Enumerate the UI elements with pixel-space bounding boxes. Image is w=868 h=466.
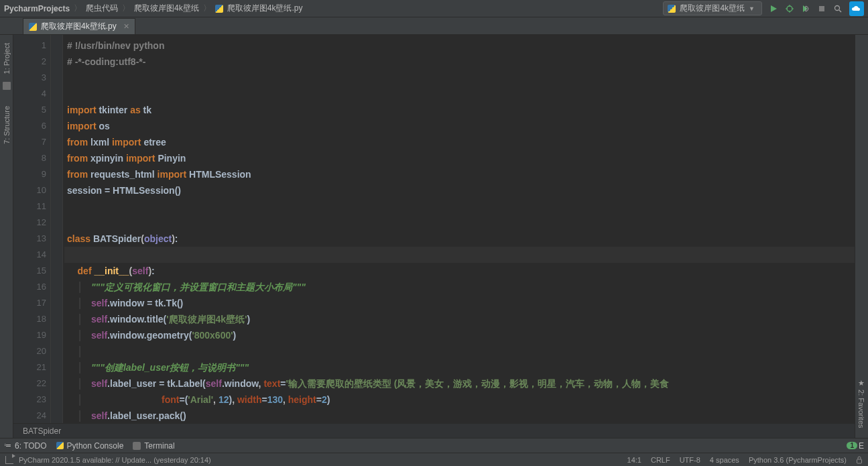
line-number[interactable]: 3	[13, 70, 46, 86]
breadcrumb-item[interactable]: 爬虫代码	[86, 3, 118, 14]
line-number[interactable]: 20	[13, 343, 46, 359]
line-number[interactable]: 4	[13, 86, 46, 102]
code-line[interactable]: import tkinter as tk	[64, 102, 855, 118]
caret-position[interactable]: 14:1	[627, 456, 641, 464]
code-line[interactable]: class BATSpider(object):	[64, 231, 855, 247]
code-line[interactable]	[64, 198, 855, 215]
line-number[interactable]: 6	[13, 118, 46, 134]
code-content[interactable]: # !/usr/bin/nev python# -*-coding:utf8-*…	[63, 35, 855, 423]
code-line[interactable]: import os	[64, 118, 855, 134]
code-breadcrumb-item[interactable]: BATSpider	[23, 426, 61, 436]
svg-rect-9	[857, 459, 862, 463]
code-line[interactable]: │ """定义可视化窗口，并设置窗口和主题大小布局"""	[64, 279, 855, 295]
line-number[interactable]: 2	[13, 54, 46, 70]
python-icon	[56, 442, 64, 449]
python-icon	[668, 5, 676, 13]
code-line[interactable]: # !/usr/bin/nev python	[64, 38, 855, 54]
python-interpreter[interactable]: Python 3.6 (PycharmProjects)	[749, 456, 847, 464]
svg-point-8	[857, 7, 859, 10]
svg-rect-5	[819, 6, 824, 11]
line-number[interactable]: 18	[13, 311, 46, 327]
line-number[interactable]: 9	[13, 166, 46, 182]
tool-window-todo[interactable]: ≔6: TODO	[4, 441, 47, 451]
breadcrumb-separator-icon: 〉	[122, 3, 130, 14]
glyph-margin[interactable]	[51, 35, 63, 423]
line-number[interactable]: 17	[13, 295, 46, 311]
code-line[interactable]: from lxml import etree	[64, 134, 855, 150]
event-log-label[interactable]: E	[859, 441, 864, 451]
line-number[interactable]: 24	[13, 408, 46, 423]
line-number[interactable]: 13	[13, 231, 46, 247]
line-number[interactable]: 15	[13, 263, 46, 279]
tool-label: 1: Project	[3, 43, 11, 74]
code-line[interactable]: │ self.window = tk.Tk()	[64, 295, 855, 311]
code-line[interactable]: │ self.label_user.pack()	[64, 408, 855, 423]
tool-window-favorites[interactable]: ★ 2: Favorites	[857, 379, 866, 428]
line-number[interactable]: 12	[13, 215, 46, 231]
line-number[interactable]: 14	[13, 247, 46, 263]
line-number[interactable]: 22	[13, 375, 46, 392]
code-line[interactable]: │	[64, 343, 855, 359]
line-number[interactable]: 8	[13, 150, 46, 166]
code-line[interactable]: │ self.window.title('爬取彼岸图4k壁纸')	[64, 311, 855, 327]
search-everywhere-button[interactable]	[833, 4, 843, 13]
code-editor[interactable]: 123456789101112131415161718192021222324 …	[13, 35, 855, 423]
line-number[interactable]: 10	[13, 182, 46, 198]
breadcrumbs: PycharmProjects 〉 爬虫代码 〉 爬取彼岸图4k壁纸 〉 爬取彼…	[4, 3, 302, 14]
status-message[interactable]: PyCharm 2020.1.5 available: // Update...…	[19, 456, 211, 464]
code-line[interactable]: │ """创建label_user按钮，与说明书"""	[64, 359, 855, 375]
run-button[interactable]	[769, 4, 778, 13]
line-number[interactable]: 7	[13, 134, 46, 150]
file-encoding[interactable]: UTF-8	[680, 456, 700, 464]
cloud-sync-button[interactable]	[849, 1, 864, 16]
run-with-coverage-button[interactable]	[801, 4, 810, 13]
breadcrumb-file[interactable]: 爬取彼岸图4k壁纸.py	[227, 3, 303, 14]
line-number[interactable]: 16	[13, 279, 46, 295]
line-number[interactable]: 23	[13, 392, 46, 408]
run-configuration-selector[interactable]: 爬取彼岸图4k壁纸 ▼	[663, 1, 762, 15]
run-configuration-label: 爬取彼岸图4k壁纸	[680, 3, 745, 14]
code-line[interactable]	[64, 70, 855, 86]
line-number[interactable]: 19	[13, 327, 46, 343]
code-line[interactable]: def __init__(self):	[64, 263, 855, 279]
stop-button[interactable]	[817, 4, 826, 13]
code-line[interactable]: │ font=('Arial', 12), width=130, height=…	[64, 392, 855, 408]
tool-window-terminal[interactable]: Terminal	[133, 441, 174, 451]
tool-window-project[interactable]: 1: Project	[3, 43, 11, 74]
breadcrumb-separator-icon: 〉	[74, 3, 82, 14]
code-line[interactable]: from requests_html import HTMLSession	[64, 166, 855, 182]
line-separator[interactable]: CRLF	[651, 456, 670, 464]
code-line[interactable]: │ self.window.geometry('800x600')	[64, 327, 855, 343]
lock-icon[interactable]	[856, 456, 863, 464]
editor-area: 123456789101112131415161718192021222324 …	[13, 35, 855, 438]
python-file-icon	[215, 5, 223, 13]
close-tab-icon[interactable]: ✕	[123, 22, 129, 31]
line-number[interactable]: 11	[13, 198, 46, 215]
right-tool-strip: ★ 2: Favorites	[855, 35, 868, 438]
tool-window-python-console[interactable]: Python Console	[56, 441, 124, 451]
code-breadcrumb[interactable]: BATSpider	[13, 423, 855, 438]
code-line[interactable]: session = HTMLSession()	[64, 182, 855, 198]
code-line[interactable]	[64, 86, 855, 102]
indent-settings[interactable]: 4 spaces	[710, 456, 739, 464]
show-tool-windows-icon[interactable]	[5, 456, 13, 464]
code-line[interactable]	[64, 247, 855, 263]
code-line[interactable]: # -*-coding:utf8-*-	[64, 54, 855, 70]
code-line[interactable]	[64, 215, 855, 231]
editor-tab-active[interactable]: 爬取彼岸图4k壁纸.py ✕	[23, 18, 135, 34]
debug-button[interactable]	[785, 4, 794, 13]
bottom-tool-bar: ≔6: TODO Python Console Terminal 1 E	[0, 438, 868, 453]
breadcrumb-item[interactable]: 爬取彼岸图4k壁纸	[134, 3, 199, 14]
tool-window-structure[interactable]: 7: Structure	[3, 106, 11, 144]
code-line[interactable]: │ self.label_user = tk.Label(self.window…	[64, 375, 855, 392]
line-number-gutter[interactable]: 123456789101112131415161718192021222324	[13, 35, 51, 423]
line-number[interactable]: 1	[13, 38, 46, 54]
event-log-badge[interactable]: 1	[847, 442, 857, 449]
breadcrumb-root[interactable]: PycharmProjects	[4, 4, 70, 13]
status-bar: PyCharm 2020.1.5 available: // Update...…	[0, 453, 868, 466]
code-line[interactable]: from xpinyin import Pinyin	[64, 150, 855, 166]
line-number[interactable]: 21	[13, 359, 46, 375]
folder-icon	[3, 82, 11, 90]
python-file-icon	[29, 23, 37, 31]
line-number[interactable]: 5	[13, 102, 46, 118]
